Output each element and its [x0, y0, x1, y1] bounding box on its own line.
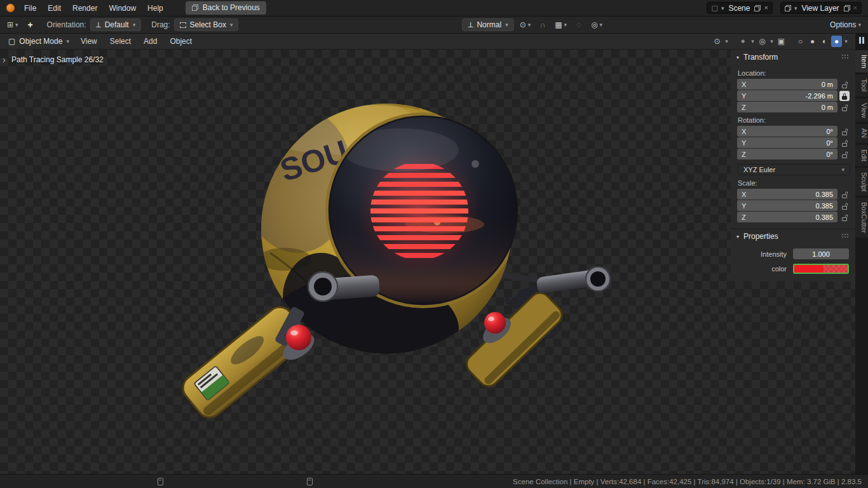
new-scene-icon[interactable] — [754, 5, 761, 11]
menu-window[interactable]: Window — [103, 2, 142, 15]
tab-edit[interactable]: Edit — [855, 145, 868, 166]
rotation-y-lock-button[interactable] — [839, 138, 850, 148]
scene-selector[interactable]: ▢ ▾ Scene × — [707, 2, 772, 14]
drag-label: Drag: — [151, 20, 170, 29]
scene-icon: ▢ — [711, 4, 717, 11]
chevron-down-icon: ▾ — [15, 22, 18, 28]
toolbar-expand-arrow[interactable]: › — [3, 55, 6, 64]
sidebar-tab-strip: Item Tool View AN Edit Sculpt BoxCutter — [855, 34, 868, 474]
menu-object[interactable]: Object — [164, 35, 198, 48]
mode-value: Object Mode — [19, 37, 62, 46]
pivot-point-dropdown[interactable]: ⊙ ▾ — [518, 18, 533, 31]
rotation-x-lock-button[interactable] — [839, 126, 850, 137]
location-x-field[interactable]: X 0 m — [737, 79, 837, 90]
drag-dropdown[interactable]: Select Box ▾ — [174, 18, 239, 31]
xray-toggle[interactable]: ▣ — [776, 36, 787, 47]
location-z-field[interactable]: Z 0 m — [737, 102, 837, 112]
options-dropdown[interactable]: Options ▾ — [828, 18, 863, 31]
transform-orientation-dropdown[interactable]: ⟂ Normal ▾ — [462, 18, 513, 31]
menu-view[interactable]: View — [75, 35, 103, 48]
tab-tool[interactable]: Tool — [855, 74, 868, 96]
menu-edit[interactable]: Edit — [42, 2, 67, 15]
scale-label: Scale: — [738, 179, 851, 187]
editor-type-menu[interactable]: ⊞ ▾ — [5, 18, 20, 31]
location-x-row: X 0 m — [737, 79, 851, 90]
visibility-dropdown[interactable]: ⊙ — [712, 36, 722, 47]
mode-dropdown[interactable]: ▢ Object Mode ▾ — [4, 36, 74, 47]
scale-y-field[interactable]: Y 0.385 — [737, 200, 837, 211]
close-icon[interactable]: × — [764, 4, 768, 11]
menu-add[interactable]: Add — [138, 35, 163, 48]
rendered-shading-button[interactable]: ● — [831, 36, 842, 47]
menu-select[interactable]: Select — [104, 35, 137, 48]
snap-target-dropdown[interactable]: ▦ ▾ — [553, 18, 569, 31]
status-bar: Scene Collection | Empty | Verts:42,684 … — [0, 474, 868, 488]
proportional-editing-toggle[interactable]: ◌ — [573, 18, 585, 31]
pivot-icon: ⊙ — [520, 20, 526, 29]
back-to-previous-button[interactable]: Back to Previous — [186, 1, 266, 15]
tab-item[interactable]: Item — [855, 50, 868, 72]
keymap-hint-icon — [158, 478, 163, 485]
gizmos-toggle[interactable]: ⌖ — [738, 36, 749, 47]
rotation-z-field[interactable]: Z 0° — [737, 149, 837, 159]
lock-icon — [841, 92, 848, 100]
move-tool-icon[interactable]: + — [24, 18, 37, 31]
axis-value: 0.385 — [815, 214, 833, 221]
snap-grid-icon: ▦ — [555, 20, 562, 29]
location-y-field[interactable]: Y -2.296 m — [737, 90, 837, 101]
orientation-dropdown[interactable]: ⟂ Default ▾ — [90, 18, 142, 31]
tab-view[interactable]: View — [855, 98, 868, 123]
pause-icon[interactable] — [859, 37, 864, 44]
rotation-z-lock-button[interactable] — [839, 149, 850, 159]
location-label: Location: — [738, 69, 851, 77]
viewport-header-icons: ⊙ ▾ ⌖ ▾ ◎ ▾ ▣ ○ ● ◐ ● ▾ — [712, 36, 851, 47]
rotation-x-field[interactable]: X 0° — [737, 126, 837, 137]
location-x-lock-button[interactable] — [839, 79, 850, 90]
intensity-value: 1.000 — [812, 250, 830, 258]
wireframe-shading-button[interactable]: ○ — [795, 36, 806, 47]
axis-value: 0 m — [822, 104, 833, 111]
scale-z-field[interactable]: Z 0.385 — [737, 212, 837, 222]
view-layer-selector[interactable]: ▾ View Layer × — [780, 2, 862, 14]
new-view-layer-icon[interactable] — [844, 5, 850, 11]
tab-an[interactable]: AN — [855, 124, 868, 142]
blender-logo-icon[interactable] — [6, 4, 15, 12]
intensity-field[interactable]: 1.000 — [793, 248, 849, 259]
menu-help[interactable]: Help — [142, 2, 169, 15]
properties-panel-body: Intensity 1.000 color — [731, 243, 855, 276]
unlock-icon — [841, 104, 848, 111]
color-swatch[interactable] — [793, 264, 849, 274]
panel-grip-icon[interactable] — [842, 234, 850, 239]
rotation-mode-dropdown[interactable]: XYZ Euler ▾ — [738, 164, 850, 175]
viewport-canvas[interactable]: SOU — [0, 50, 855, 474]
tab-sculpt[interactable]: Sculpt — [855, 168, 868, 196]
scale-y-lock-button[interactable] — [839, 201, 850, 211]
scale-x-lock-button[interactable] — [839, 189, 850, 200]
scale-z-lock-button[interactable] — [839, 212, 850, 222]
overlays-toggle[interactable]: ◎ — [757, 36, 768, 47]
scale-x-field[interactable]: X 0.385 — [737, 189, 837, 200]
properties-panel-header[interactable]: ▾ Properties — [731, 228, 855, 243]
solid-shading-button[interactable]: ● — [807, 36, 818, 47]
location-z-lock-button[interactable] — [839, 102, 850, 112]
snap-toggle[interactable]: ∩ — [536, 18, 549, 31]
axis-value: 0.385 — [815, 202, 833, 210]
chevron-down-icon[interactable]: ▾ — [750, 36, 756, 47]
tab-boxcutter[interactable]: BoxCutter — [855, 198, 868, 238]
chevron-down-icon[interactable]: ▾ — [843, 36, 849, 47]
material-shading-button[interactable]: ◐ — [819, 36, 830, 47]
chevron-down-icon: ▾ — [133, 22, 136, 28]
rotation-y-field[interactable]: Y 0° — [737, 137, 837, 148]
close-icon[interactable]: × — [853, 4, 857, 11]
proportional-falloff-dropdown[interactable]: ◎ ▾ — [589, 18, 604, 31]
chevron-down-icon[interactable]: ▾ — [769, 36, 775, 47]
transform-panel-header[interactable]: ▾ Transform — [731, 50, 855, 65]
editor-type-icon: ⊞ — [7, 20, 13, 29]
unlock-icon — [841, 202, 848, 210]
location-y-lock-button[interactable] — [839, 91, 850, 101]
panel-grip-icon[interactable] — [842, 55, 850, 60]
chevron-down-icon[interactable]: ▾ — [724, 36, 729, 47]
rotation-x-row: X 0° — [737, 126, 851, 137]
menu-render[interactable]: Render — [67, 2, 103, 15]
menu-file[interactable]: File — [18, 2, 42, 15]
